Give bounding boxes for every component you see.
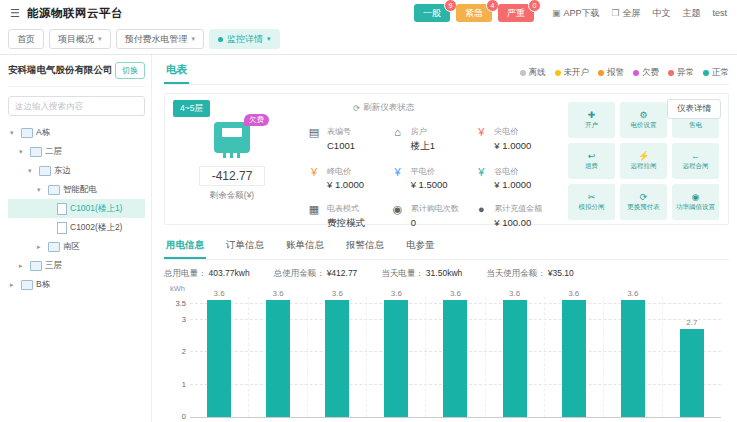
tree-item[interactable]: ▸南区	[8, 237, 145, 256]
fullscreen-link[interactable]: ❐全屏	[611, 7, 640, 20]
tree-item-label: A栋	[36, 127, 50, 139]
action-label: 退费	[585, 162, 598, 171]
caret-down-icon[interactable]: ▾	[19, 148, 27, 156]
folder-icon	[48, 185, 60, 195]
switch-company-button[interactable]: 切换	[115, 62, 145, 79]
info-tab-2[interactable]: 订单信息	[224, 235, 266, 259]
info-tab-4[interactable]: 报警信息	[344, 235, 386, 259]
alarm-button-2[interactable]: 紧急4	[456, 4, 492, 22]
user-link[interactable]: test	[712, 8, 727, 18]
legend-item: 正常	[703, 67, 729, 79]
field-text: 峰电价¥ 1.0000	[327, 166, 364, 191]
app-download-link[interactable]: ▣APP下载	[552, 7, 600, 20]
refresh-meter-status[interactable]: ⟳ 刷新仪表状态	[353, 102, 558, 114]
chart-slot: 3.602:00	[308, 297, 367, 417]
tree-item[interactable]: C1002(楼上2)	[8, 218, 145, 237]
remote-close-button[interactable]: ←远程合闸	[672, 143, 719, 179]
tree-item[interactable]: ▾二层	[8, 142, 145, 161]
tab-electric-meter[interactable]: 电表	[164, 62, 189, 84]
replace-meter-button[interactable]: ⟳更换预付表	[620, 184, 667, 220]
info-tab-3[interactable]: 账单信息	[284, 235, 326, 259]
alarm-button-1[interactable]: 一般9	[414, 4, 450, 22]
tree-item-label: C1002(楼上2)	[70, 222, 122, 234]
y-tick-label: 3.5	[170, 299, 186, 308]
chart-bar[interactable]	[680, 329, 704, 417]
caret-down-icon[interactable]: ▾	[37, 186, 45, 194]
legend-label: 报警	[607, 67, 624, 79]
stat-value: 403.77kwh	[209, 268, 250, 278]
tree-item[interactable]: ▸三层	[8, 256, 145, 275]
balance-value: -412.77	[199, 166, 266, 186]
legend-label: 异常	[677, 67, 694, 79]
field-label: 尖电价	[494, 126, 531, 137]
chart-plot-area: 01233.53.600:003.601:003.602:003.603:003…	[190, 297, 721, 418]
chart-bar[interactable]	[562, 300, 586, 417]
caret-right-icon[interactable]: ▸	[19, 262, 27, 270]
refresh-label: 刷新仪表状态	[363, 102, 414, 114]
main-panel: 电表 离线未开户报警欠费异常正常 仪表详情 4~5层 欠费 -412.77 剩余…	[152, 55, 737, 422]
meter-field: ▦电表模式费控模式	[307, 203, 391, 230]
valley-price-icon: ¥	[474, 166, 488, 178]
tree-search-input[interactable]	[8, 96, 145, 116]
caret-down-icon[interactable]: ▾	[10, 129, 18, 137]
power-threshold-button[interactable]: ◉功率阈值设置	[672, 184, 719, 220]
language-link[interactable]: 中文	[652, 7, 670, 20]
chart-bar[interactable]	[266, 300, 290, 417]
field-label: 电表模式	[327, 203, 365, 214]
company-name: 安科瑞电气股份有限公司	[8, 64, 113, 77]
nav-tab-3[interactable]: 预付费水电管理▾	[116, 29, 205, 49]
status-dot-icon	[668, 70, 674, 76]
alarm-button-3[interactable]: 严重0	[498, 4, 534, 22]
field-text: 平电价¥ 1.5000	[411, 166, 448, 191]
tree-item[interactable]: ▾A栋	[8, 123, 145, 142]
field-label: 房户	[411, 126, 435, 137]
sidebar: 安科瑞电气股份有限公司 切换 ▾A栋▾二层▾东边▾智能配电C1001(楼上1)C…	[0, 55, 152, 422]
field-label: 峰电价	[327, 166, 364, 177]
caret-right-icon[interactable]: ▸	[37, 243, 45, 251]
price-setting-button[interactable]: ⚙电价设置	[620, 102, 667, 138]
meter-field: ▤表编号C1001	[307, 126, 391, 153]
tree-item[interactable]: C1001(楼上1)	[8, 199, 145, 218]
menu-icon[interactable]: ☰	[10, 7, 20, 20]
tree-item[interactable]: ▸B栋	[8, 275, 145, 294]
bar-value-label: 3.6	[391, 289, 402, 298]
caret-right-icon[interactable]: ▸	[10, 281, 18, 289]
legend-label: 正常	[712, 67, 729, 79]
stat-value: 31.50kwh	[426, 268, 462, 278]
nav-tab-label: 首页	[17, 33, 35, 46]
remote-trip-button[interactable]: ⚡远程拉闸	[620, 143, 667, 179]
stat-item: 当天使用金额：¥35.10	[486, 268, 574, 280]
refund-button[interactable]: ↩退费	[568, 143, 615, 179]
nav-tab-label: 预付费水电管理	[125, 33, 188, 46]
open-account-button[interactable]: ✚开户	[568, 102, 615, 138]
chart-bar[interactable]	[325, 300, 349, 417]
tree-item[interactable]: ▾东边	[8, 161, 145, 180]
caret-down-icon[interactable]: ▾	[28, 167, 36, 175]
theme-link[interactable]: 主题	[682, 7, 700, 20]
legend-item: 离线	[520, 67, 546, 79]
field-label: 累计购电次数	[411, 203, 459, 214]
chart-bar[interactable]	[384, 300, 408, 417]
chart-bar[interactable]	[207, 300, 231, 417]
nav-tab-2[interactable]: 项目概况▾	[49, 29, 111, 49]
y-tick-label: 2	[170, 347, 186, 356]
meter-detail-button[interactable]: 仪表详情	[667, 99, 721, 119]
simulate-trip-button[interactable]: ✂模拟分闸	[568, 184, 615, 220]
info-tab-5[interactable]: 电参量	[404, 235, 437, 259]
chart-bar[interactable]	[443, 300, 467, 417]
chart-slot: 3.605:00	[486, 297, 545, 417]
nav-tab-4[interactable]: 监控详情▾	[209, 29, 280, 49]
chart-slot: 3.603:00	[367, 297, 426, 417]
nav-tab-1[interactable]: 首页	[8, 29, 44, 49]
app-download-label: APP下载	[563, 7, 599, 20]
field-value: ¥ 100.00	[494, 217, 542, 228]
status-dot-icon	[633, 70, 639, 76]
topbar-right: 一般9紧急4严重0 ▣APP下载❐全屏中文主题test	[414, 4, 727, 22]
info-tab-1[interactable]: 用电信息	[164, 235, 206, 259]
chart-bar[interactable]	[503, 300, 527, 417]
folder-icon	[48, 242, 60, 252]
chart-slot: 3.607:00	[604, 297, 663, 417]
alarm-count-badge: 0	[528, 0, 541, 12]
tree-item[interactable]: ▾智能配电	[8, 180, 145, 199]
chart-bar[interactable]	[621, 300, 645, 417]
